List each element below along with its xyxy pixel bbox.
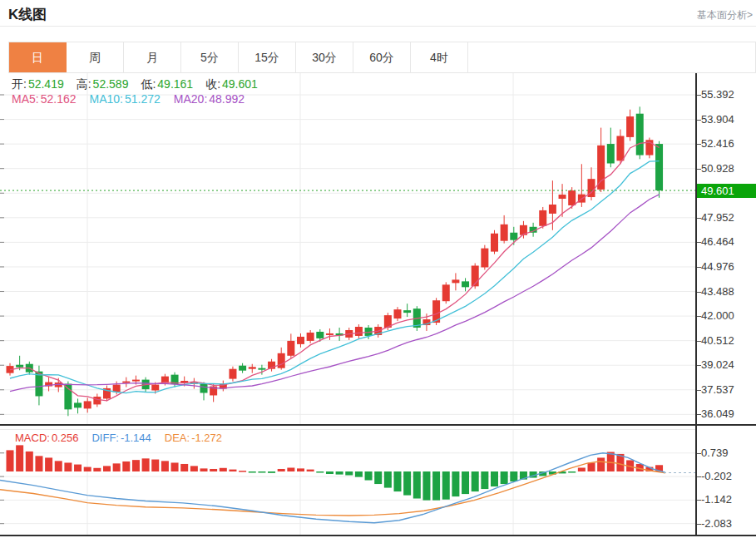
main-axis-label-5: 46.464 — [701, 235, 734, 248]
macd-gridlines — [0, 429, 695, 536]
ma-item-2: MA20:48.992 — [174, 92, 245, 106]
last-price-tag: 49.601 — [697, 184, 756, 198]
ma-item-0: MA5:52.162 — [12, 92, 77, 106]
main-axis-label-9: 40.512 — [701, 334, 734, 347]
macd-axis-label-0: 0.739 — [701, 447, 729, 459]
candles — [7, 106, 664, 416]
main-axis-label-4: 47.952 — [701, 211, 734, 224]
macd-item-2: DEA:-1.272 — [165, 432, 222, 444]
diff-line — [0, 453, 665, 523]
main-axis-label-1: 53.904 — [701, 113, 734, 126]
macd-readout: MACD:0.256DIFF:-1.144DEA:-1.272 — [15, 432, 222, 444]
main-axis-label-12: 36.049 — [701, 407, 734, 420]
tab-period-5[interactable]: 15分 — [239, 42, 296, 72]
main-axis-label-6: 44.976 — [701, 260, 734, 273]
main-axis-label-3: 50.928 — [701, 162, 734, 175]
macd-axis-label-2: -1.142 — [701, 493, 732, 506]
tab-period-4[interactable]: 5分 — [181, 42, 239, 72]
macd-item-0: MACD:0.256 — [15, 432, 78, 444]
ohlc-item-2: 低:49.161 — [141, 77, 193, 92]
period-tabbar: 日周月5分15分30分60分4时 — [8, 42, 756, 73]
macd-chart-canvas[interactable] — [0, 429, 695, 536]
ma-item-1: MA10:51.272 — [90, 92, 161, 106]
ohlc-item-1: 高:52.589 — [77, 77, 129, 92]
tab-period-8[interactable]: 4时 — [411, 42, 468, 72]
price-axis-line — [695, 73, 697, 536]
main-axis-label-7: 43.488 — [701, 285, 734, 298]
tab-period-6[interactable]: 30分 — [296, 42, 353, 72]
fundamental-analysis-link[interactable]: 基本面分析> — [697, 8, 753, 22]
main-axis-label-11: 37.537 — [701, 383, 734, 396]
chart-bottom-border — [0, 535, 756, 536]
macd-axis-label-3: -2.083 — [701, 517, 732, 530]
header-divider — [0, 26, 756, 27]
tab-period-2[interactable]: 周 — [67, 42, 124, 72]
main-axis-label-8: 42.000 — [701, 309, 734, 322]
kline-page: K线图 基本面分析> 日周月5分15分30分60分4时 开:52.419高:52… — [0, 0, 756, 538]
panel-separator — [0, 424, 756, 426]
main-axis-label-0: 55.392 — [701, 88, 734, 101]
macd-axis-label-1: -0.202 — [701, 470, 732, 482]
candlestick-chart-canvas[interactable] — [0, 73, 695, 424]
tab-period-1[interactable]: 日 — [9, 42, 67, 72]
macd-item-1: DIFF:-1.144 — [91, 432, 151, 444]
page-title: K线图 — [8, 5, 47, 24]
main-axis-label-2: 52.416 — [701, 137, 734, 150]
ma20-line — [10, 195, 660, 392]
ma5-line — [10, 142, 660, 401]
main-axis-label-10: 39.024 — [701, 358, 734, 371]
macd-histogram — [7, 445, 664, 500]
ma-readout: MA5:52.162MA10:51.272MA20:48.992 — [12, 92, 245, 106]
tab-period-7[interactable]: 60分 — [353, 42, 411, 72]
tab-period-3[interactable]: 月 — [124, 42, 181, 72]
ohlc-item-0: 开:52.419 — [12, 77, 64, 92]
ohlc-item-3: 收:49.601 — [205, 77, 258, 92]
main-gridlines — [0, 73, 695, 424]
ohlc-readout: 开:52.419高:52.589低:49.161收:49.601 — [12, 77, 258, 92]
